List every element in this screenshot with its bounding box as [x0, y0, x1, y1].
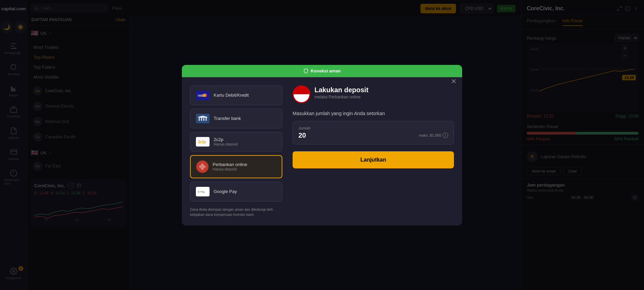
amount-field[interactable]: Jumlah 20 maks.:$1,000 i — [293, 121, 454, 144]
continue-button[interactable]: Lanjutkan — [293, 151, 454, 168]
svg-rect-53 — [294, 86, 309, 94]
svg-rect-32 — [203, 94, 205, 97]
security-note: Dana Anda disimpan dengan aman dan dilin… — [190, 207, 282, 217]
secure-connection-bar: Koneksi aman — [182, 65, 462, 77]
bank-icon — [196, 114, 210, 123]
amount-value[interactable]: 20 — [298, 132, 306, 139]
payment-item-card[interactable]: VISA Kartu Debit/Kredit — [190, 85, 282, 105]
svg-rect-38 — [198, 117, 207, 118]
gpay-payment-name: Google Pay — [214, 189, 277, 194]
svg-rect-34 — [199, 118, 200, 121]
deposit-form-label: Masukkan jumlah yang ingin Anda setorkan — [293, 111, 454, 116]
deposit-flag-logo — [293, 85, 310, 103]
payment-item-2c2p[interactable]: 2c2p 2c2p Hanya deposit — [190, 132, 282, 152]
svg-rect-36 — [203, 118, 204, 121]
shield-icon — [303, 68, 309, 74]
svg-rect-52 — [294, 94, 309, 102]
modal-body: VISA Kartu Debit/Kredit Transfer bank 2c… — [182, 77, 462, 225]
deposit-title: Lakukan deposit — [314, 86, 368, 94]
card-payment-info: Kartu Debit/Kredit — [214, 93, 277, 98]
deposit-modal: Koneksi aman ✕ VISA Kartu Debit/Kredit — [182, 65, 462, 225]
payment-methods-list: VISA Kartu Debit/Kredit Transfer bank 2c… — [190, 85, 282, 217]
amount-input-row: 20 maks.:$1,000 i — [298, 132, 448, 139]
2c2p-payment-sub: Hanya deposit — [214, 142, 277, 146]
gpay-payment-info: Google Pay — [214, 189, 277, 194]
2c2p-icon: 2c2p — [196, 137, 210, 147]
payment-item-gpay[interactable]: G Pay Google Pay — [190, 182, 282, 202]
deposit-form: Lakukan deposit melalui Perbankan online… — [293, 85, 454, 217]
amount-label: Jumlah — [298, 126, 448, 130]
modal-close-button[interactable]: ✕ — [451, 77, 457, 85]
secure-label: Koneksi aman — [311, 68, 341, 73]
online-bank-info: Perbankan online Hanya deposit — [213, 162, 276, 171]
card-payment-name: Kartu Debit/Kredit — [214, 93, 277, 98]
svg-text:2c2p: 2c2p — [198, 140, 206, 144]
visa-icon: VISA — [196, 91, 210, 100]
svg-text:G Pay: G Pay — [198, 190, 205, 193]
online-bank-name: Perbankan online — [213, 162, 276, 167]
payment-item-bank[interactable]: Transfer bank — [190, 109, 282, 128]
online-bank-icon — [196, 161, 209, 173]
gpay-icon: G Pay — [196, 187, 210, 196]
payment-item-online-bank[interactable]: Perbankan online Hanya deposit — [190, 155, 282, 178]
svg-rect-37 — [205, 117, 206, 121]
amount-info-icon[interactable]: i — [443, 133, 448, 138]
2c2p-payment-info: 2c2p Hanya deposit — [214, 137, 277, 146]
deposit-header-text: Lakukan deposit melalui Perbankan online — [314, 86, 368, 106]
2c2p-payment-name: 2c2p — [214, 137, 277, 142]
bank-payment-info: Transfer bank — [214, 116, 277, 121]
deposit-subtitle: melalui Perbankan online — [314, 95, 368, 99]
bank-payment-name: Transfer bank — [214, 116, 277, 121]
online-bank-sub: Hanya deposit — [213, 167, 276, 171]
amount-max: maks.:$1,000 i — [419, 133, 448, 138]
